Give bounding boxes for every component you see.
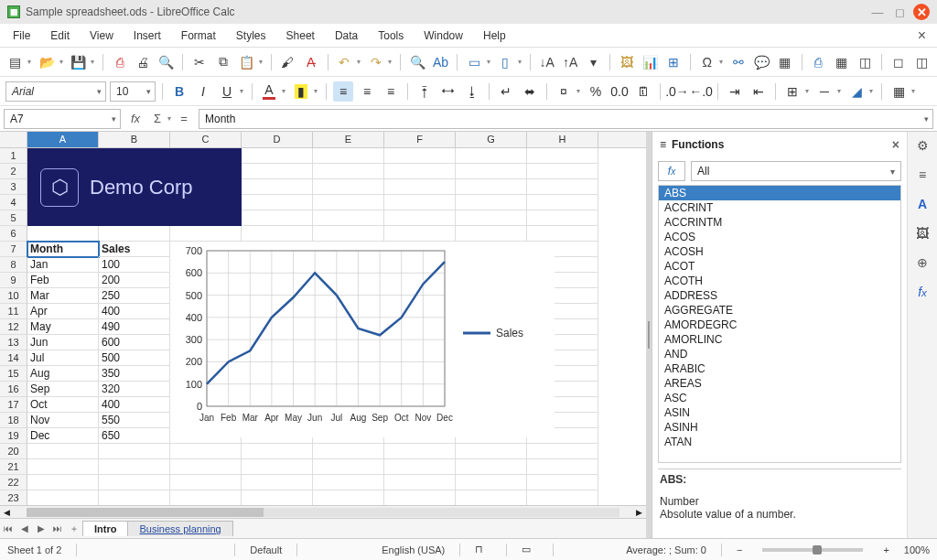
function-item[interactable]: ACOT [659, 259, 900, 274]
number-button[interactable]: 0.0 [609, 81, 630, 102]
row-header[interactable]: 23 [0, 490, 27, 505]
freeze-icon[interactable]: ▦ [832, 52, 852, 72]
font-size-combo[interactable]: 10 [110, 81, 156, 102]
function-item[interactable]: ACCRINTM [659, 215, 900, 230]
formula-input[interactable]: Month [199, 109, 933, 129]
sort-asc-icon[interactable]: ↓A [537, 52, 557, 72]
row-header[interactable]: 13 [0, 335, 27, 350]
wrap-button[interactable]: ↵ [496, 81, 516, 102]
row-header[interactable]: 10 [0, 288, 27, 304]
headers-footers-icon[interactable]: ▦ [775, 52, 795, 72]
select-all-corner[interactable] [0, 132, 27, 147]
chart-icon[interactable]: 📊 [641, 52, 661, 72]
column-header-D[interactable]: D [242, 132, 313, 147]
function-item[interactable]: ATAN [659, 435, 900, 449]
sort-desc-icon[interactable]: ↑A [560, 52, 580, 72]
selection-mode[interactable]: ▭ [522, 544, 538, 555]
column-header-C[interactable]: C [170, 132, 242, 147]
function-item[interactable]: AMORLINC [659, 332, 900, 347]
cell[interactable] [242, 179, 313, 195]
column-dropdown[interactable]: ▾ [516, 54, 523, 70]
borders-button[interactable]: ⊞ [782, 81, 802, 102]
paste-icon[interactable]: 📋 [236, 52, 256, 72]
sidebar-settings-icon[interactable]: ⚙ [912, 135, 932, 156]
cell[interactable] [313, 195, 384, 210]
cell[interactable] [456, 459, 527, 475]
paste-dropdown[interactable]: ▾ [257, 54, 264, 70]
cell[interactable] [313, 164, 384, 179]
row-header[interactable]: 7 [0, 242, 27, 257]
function-item[interactable]: ASC [659, 391, 900, 405]
align-right-button[interactable]: ≡ [381, 81, 401, 102]
hyperlink-icon[interactable]: ⚯ [728, 52, 749, 72]
cut-icon[interactable]: ✂ [189, 52, 210, 72]
menu-tools[interactable]: Tools [369, 26, 413, 46]
cell[interactable]: 320 [99, 382, 170, 397]
cell[interactable] [242, 444, 313, 459]
highlight-color-button[interactable]: ▮ [291, 81, 311, 102]
cell[interactable]: Month [27, 242, 99, 257]
underline-button[interactable]: U [217, 81, 237, 102]
cell[interactable]: 250 [99, 288, 170, 304]
minimize-button[interactable]: — [869, 4, 886, 20]
border-style-dropdown[interactable]: ▾ [835, 83, 843, 100]
cell[interactable]: Feb [27, 273, 99, 288]
function-item[interactable]: ARABIC [659, 361, 900, 376]
column-header-B[interactable]: B [99, 132, 170, 147]
cell[interactable] [242, 148, 313, 164]
remove-decimal-button[interactable]: ←.0 [691, 81, 711, 102]
close-button[interactable]: ✕ [913, 4, 930, 20]
insert-fn-button[interactable]: fx [658, 161, 685, 181]
font-color-button[interactable]: A [259, 81, 279, 102]
date-button[interactable]: 🗓 [633, 81, 653, 102]
cell[interactable] [313, 444, 384, 459]
tab-next-button[interactable]: ▶ [33, 521, 49, 537]
pivot-icon[interactable]: ⊞ [663, 52, 684, 72]
cell[interactable] [527, 444, 598, 459]
name-box[interactable]: A7 [4, 109, 121, 129]
cell[interactable] [384, 210, 456, 226]
cell[interactable] [313, 459, 384, 475]
cell[interactable] [99, 444, 170, 459]
cell[interactable] [313, 179, 384, 195]
percent-button[interactable]: % [586, 81, 606, 102]
new-dropdown[interactable]: ▾ [27, 54, 34, 70]
menu-edit[interactable]: Edit [41, 26, 79, 46]
close-doc-button[interactable]: × [910, 26, 933, 46]
cell[interactable] [456, 475, 527, 490]
row-header[interactable]: 5 [0, 210, 27, 226]
cell[interactable]: Jul [27, 350, 99, 366]
function-item[interactable]: ACOTH [659, 274, 900, 288]
cell[interactable] [384, 459, 456, 475]
highlight-dropdown[interactable]: ▾ [312, 83, 319, 100]
define-print-icon[interactable]: ⎙ [809, 52, 829, 72]
cell[interactable]: Nov [27, 413, 99, 428]
italic-button[interactable]: I [193, 81, 213, 102]
cell[interactable] [456, 444, 527, 459]
cell[interactable] [313, 210, 384, 226]
cell[interactable] [170, 490, 242, 505]
borders-dropdown[interactable]: ▾ [803, 83, 811, 100]
column-header-F[interactable]: F [384, 132, 456, 147]
insert-mode[interactable]: ⊓ [475, 544, 491, 555]
cell[interactable]: May [27, 319, 99, 335]
border-color-dropdown[interactable]: ▾ [867, 83, 875, 100]
function-item[interactable]: AREAS [659, 376, 900, 391]
sidebar-functions-icon[interactable]: fx [912, 282, 932, 302]
cell[interactable] [313, 148, 384, 164]
redo-dropdown[interactable]: ▾ [387, 54, 394, 70]
row-header[interactable]: 12 [0, 319, 27, 335]
row-icon[interactable]: ▭ [464, 52, 484, 72]
undo-icon[interactable]: ↶ [335, 52, 355, 72]
menu-styles[interactable]: Styles [227, 26, 275, 46]
row-header[interactable]: 22 [0, 475, 27, 490]
cell[interactable]: Jun [27, 335, 99, 350]
redo-icon[interactable]: ↷ [366, 52, 386, 72]
window2-icon[interactable]: ◻ [889, 52, 909, 72]
cell[interactable] [384, 475, 456, 490]
menu-insert[interactable]: Insert [124, 26, 170, 46]
sidebar-navigator-icon[interactable]: ⊕ [912, 253, 932, 273]
save-dropdown[interactable]: ▾ [89, 54, 96, 70]
cell[interactable] [384, 490, 456, 505]
column-header-G[interactable]: G [456, 132, 527, 147]
